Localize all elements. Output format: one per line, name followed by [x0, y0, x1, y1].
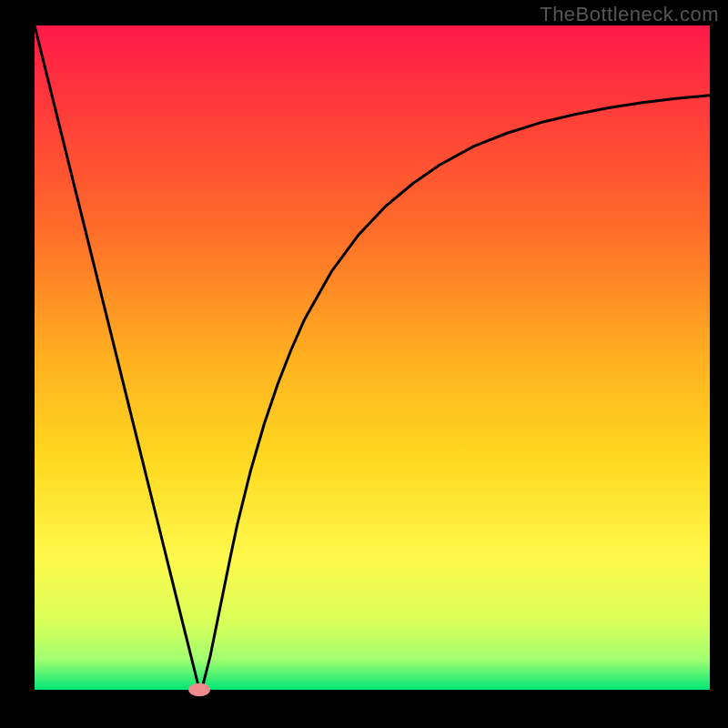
chart-frame: TheBottleneck.com [0, 0, 728, 728]
optimal-marker [188, 683, 210, 697]
watermark-text: TheBottleneck.com [540, 3, 719, 26]
plot-background [35, 25, 710, 690]
chart-svg [0, 0, 728, 728]
